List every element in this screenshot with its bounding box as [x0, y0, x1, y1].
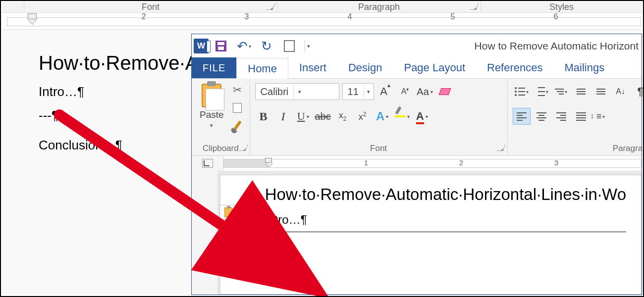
auto-horizontal-line[interactable]	[265, 232, 626, 232]
scissors-icon: ✂	[233, 84, 242, 97]
eraser-icon	[438, 88, 451, 95]
chevron-down-icon: ▾	[293, 84, 305, 99]
justify-button[interactable]	[572, 108, 590, 125]
paste-options-button[interactable]: ▾	[219, 205, 241, 220]
decrease-indent-button[interactable]	[572, 83, 590, 100]
tab-home[interactable]: Home	[236, 58, 288, 79]
grow-font-button[interactable]: A▴	[377, 83, 394, 100]
fg-ruler-row: 1 2 3	[192, 156, 642, 171]
bg-group-styles-label: Styles	[549, 2, 574, 12]
show-hide-button[interactable]: ¶	[632, 83, 644, 100]
italic-button[interactable]: I	[275, 108, 292, 125]
tab-insert[interactable]: Insert	[288, 57, 337, 78]
italic-icon: I	[281, 110, 285, 123]
bold-button[interactable]: B	[255, 108, 272, 125]
indent-marker-icon[interactable]	[265, 158, 272, 163]
font-color-icon: A	[416, 110, 424, 123]
copy-icon	[233, 103, 242, 113]
superscript-button[interactable]: x2	[354, 108, 371, 125]
align-center-button[interactable]	[533, 108, 550, 125]
change-case-icon: Aa	[417, 86, 429, 98]
tab-page-layout[interactable]: Page Layout	[393, 57, 476, 78]
sort-button[interactable]: A↓	[612, 83, 630, 100]
align-right-icon	[556, 112, 566, 121]
tab-selector-icon	[202, 159, 213, 168]
ruler-number: 1	[364, 158, 368, 167]
indent-marker-icon[interactable]	[28, 13, 37, 19]
increase-indent-button[interactable]	[592, 83, 610, 100]
cut-button[interactable]: ✂	[230, 84, 245, 97]
chevron-down-icon: ▾	[364, 84, 374, 99]
qat-copy-button[interactable]	[279, 37, 300, 55]
line-spacing-icon: ≡	[596, 111, 602, 122]
bg-horizontal-ruler[interactable]: 2 3 4 5 6	[2, 13, 642, 30]
line-spacing-button[interactable]: ≡▾	[592, 108, 610, 125]
subscript-button[interactable]: x2	[334, 108, 351, 125]
font-name-combo[interactable]: Calibri▾	[255, 83, 339, 100]
numbering-button[interactable]: ▾	[533, 83, 550, 100]
bg-doc-line-intro[interactable]: Intro…¶	[39, 84, 84, 99]
bg-doc-line-conclusion[interactable]: Conclusion…¶	[39, 138, 122, 153]
fg-doc-heading[interactable]: How·to·Remove·Automatic·Horizontal·Lines…	[265, 185, 626, 204]
font-color-button[interactable]: A▾	[414, 108, 430, 125]
multilevel-list-button[interactable]: ▾	[552, 83, 570, 100]
clear-formatting-button[interactable]	[436, 83, 453, 100]
fg-doc-line-intro[interactable]: Intro…¶	[265, 213, 626, 227]
dialog-launcher-icon[interactable]	[239, 145, 248, 151]
tab-file[interactable]: FILE	[192, 57, 236, 78]
bg-doc-line-dashes[interactable]: ---¶	[39, 108, 58, 123]
pilcrow-icon: ¶	[637, 85, 643, 98]
bold-icon: B	[260, 110, 268, 123]
strikethrough-button[interactable]: abc	[315, 108, 331, 125]
text-effects-icon: A	[376, 109, 384, 123]
bg-ribbon-group-labels: Font Paragraph Styles	[2, 2, 642, 13]
ruler-number: 2	[142, 12, 146, 21]
save-button[interactable]	[211, 37, 231, 55]
word-app-icon[interactable]: W	[194, 39, 209, 53]
ribbon-tabs: FILE Home Insert Design Page Layout Refe…	[192, 58, 642, 79]
customize-qat-button[interactable]: ▾	[305, 40, 312, 52]
copy-button[interactable]	[230, 101, 245, 114]
font-size-combo[interactable]: 11▾	[342, 83, 374, 100]
dialog-launcher-icon[interactable]	[496, 145, 505, 151]
tab-selector[interactable]	[192, 156, 223, 171]
paste-icon	[202, 84, 221, 107]
subscript-icon: x2	[339, 110, 347, 122]
brush-icon	[233, 120, 242, 131]
align-right-button[interactable]	[552, 108, 570, 125]
paste-label: Paste	[200, 109, 224, 120]
multilevel-list-icon	[555, 89, 564, 95]
shrink-font-icon: A▾	[401, 87, 409, 96]
redo-button[interactable]: ↻	[256, 37, 277, 55]
tab-mailings[interactable]: Mailings	[554, 57, 616, 78]
dialog-launcher-icon[interactable]	[469, 3, 479, 10]
dialog-launcher-icon[interactable]	[266, 3, 275, 10]
decrease-indent-icon	[577, 89, 586, 95]
text-effects-button[interactable]: A▾	[374, 108, 391, 125]
fg-horizontal-ruler[interactable]: 1 2 3	[223, 156, 642, 171]
justify-icon	[576, 112, 586, 121]
format-painter-button[interactable]	[230, 119, 245, 132]
bullets-icon	[515, 87, 525, 96]
align-left-button[interactable]	[513, 108, 531, 125]
paste-button[interactable]: Paste ▾	[197, 82, 227, 131]
fg-document-area: How·to·Remove·Automatic·Horizontal·Lines…	[192, 171, 642, 295]
group-clipboard: Paste ▾ ✂ Clipboard	[192, 79, 250, 155]
undo-button[interactable]: ↶▾	[233, 37, 254, 55]
highlight-button[interactable]: ▾	[394, 108, 411, 125]
fg-document-page[interactable]: How·to·Remove·Automatic·Horizontal·Lines…	[220, 175, 642, 295]
increase-indent-icon	[596, 89, 605, 95]
superscript-icon: x2	[359, 111, 367, 122]
tab-design[interactable]: Design	[337, 57, 393, 78]
shrink-font-button[interactable]: A▾	[397, 83, 414, 100]
fg-doc-line-blank[interactable]: ¶	[265, 237, 626, 251]
bg-group-paragraph-label: Paragraph	[358, 2, 400, 12]
fg-vertical-ruler[interactable]	[192, 171, 218, 295]
tab-references[interactable]: References	[476, 57, 554, 78]
underline-button[interactable]: U▾	[295, 108, 312, 125]
change-case-button[interactable]: Aa▾	[417, 83, 433, 100]
ruler-number: 3	[554, 158, 558, 167]
ruler-number: 4	[348, 12, 352, 21]
grow-font-icon: A▴	[380, 85, 390, 98]
bullets-button[interactable]: ▾	[513, 83, 531, 100]
